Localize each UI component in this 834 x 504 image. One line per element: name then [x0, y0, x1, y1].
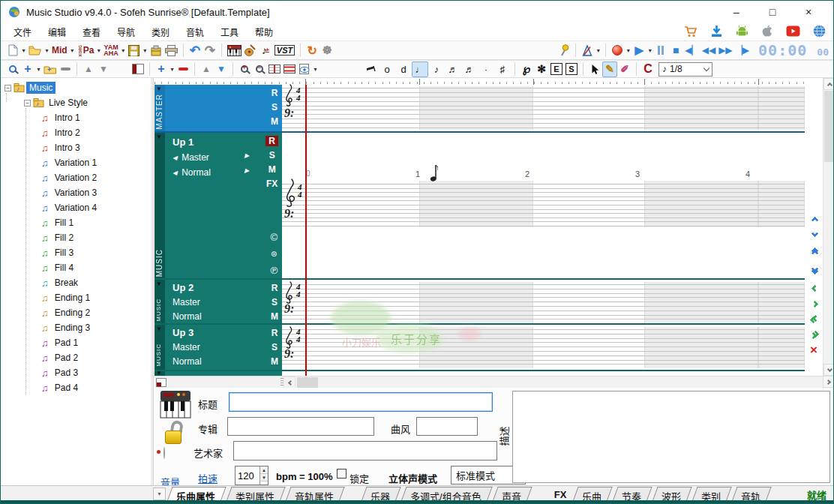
eraser-tool-button[interactable]: ✐ — [617, 62, 632, 77]
nav-left-button[interactable] — [808, 283, 820, 293]
tree-item[interactable]: ♫ Break — [1, 275, 151, 290]
download-icon[interactable] — [710, 25, 723, 38]
expression-button[interactable]: E — [549, 62, 564, 77]
nav-up-button[interactable] — [808, 214, 820, 225]
tab[interactable]: 多调式/组合音色 — [400, 487, 492, 502]
pause-button[interactable] — [653, 43, 668, 58]
track-corner-icon[interactable] — [156, 378, 166, 388]
note-duration-button[interactable]: ♬ — [445, 62, 461, 77]
prev-mode-icon[interactable]: ◀ — [172, 170, 177, 176]
scatter-button[interactable]: ✻ — [534, 62, 549, 77]
add-track-dropdown[interactable]: ▾ — [169, 66, 176, 73]
record-enable-button[interactable]: R — [272, 283, 278, 293]
tab[interactable]: 音轨 — [732, 487, 772, 502]
track-name[interactable]: Up 3 — [172, 327, 194, 338]
tree-item[interactable]: ♫ Variation 4 — [1, 200, 151, 215]
menu-item[interactable]: 导航 — [109, 24, 143, 40]
view-dropdown[interactable]: ▾ — [312, 66, 319, 73]
tab[interactable]: 类别属性 — [226, 487, 285, 502]
search-button[interactable] — [5, 62, 20, 77]
note-duration-button[interactable]: d — [395, 62, 412, 77]
record-dropdown[interactable]: ▾ — [625, 47, 632, 54]
snap-magnet-button[interactable]: C — [640, 62, 656, 77]
tab[interactable]: 乐器 — [361, 487, 400, 502]
vst-plugin-button[interactable]: VST — [273, 43, 296, 58]
up1-staff[interactable] — [282, 184, 805, 226]
panel-splitter[interactable] — [151, 78, 154, 502]
playhead[interactable] — [305, 85, 307, 376]
zoom-in-button[interactable]: + — [237, 62, 252, 77]
view-options-button[interactable] — [297, 62, 312, 77]
track-name[interactable]: Up 2 — [172, 282, 194, 293]
tree-item[interactable]: ♫ Ending 3 — [1, 320, 151, 335]
korg-dropdown[interactable]: ▾ — [95, 47, 102, 54]
track-mode[interactable]: Normal — [172, 311, 202, 322]
tree-item-live-style[interactable]: − ♪ Live Style — [1, 95, 151, 110]
save-dropdown[interactable]: ▾ — [142, 47, 148, 54]
tree-item[interactable]: ♫ Variation 3 — [1, 185, 151, 200]
yamaha-dropdown[interactable]: ▾ — [120, 47, 127, 54]
prev-source-icon[interactable]: ◀ — [172, 154, 177, 161]
mute-button[interactable]: M — [271, 311, 278, 322]
move-category-up-button[interactable]: ▲ — [81, 62, 96, 77]
close-button[interactable]: × — [796, 6, 821, 18]
solo-button[interactable]: S — [272, 297, 278, 308]
note-duration-button[interactable]: ♯ — [494, 62, 511, 77]
next-mode-icon[interactable]: ▶ — [244, 167, 249, 174]
tab[interactable]: 乐曲 — [573, 487, 613, 502]
apple-icon[interactable] — [761, 25, 773, 38]
menu-item[interactable]: 音轨 — [178, 24, 212, 40]
save-button[interactable] — [127, 43, 142, 58]
tree-item[interactable]: ♫ Intro 2 — [1, 125, 151, 140]
menu-item[interactable]: 编辑 — [40, 24, 74, 40]
play-button[interactable]: ▶ — [632, 43, 646, 58]
track-mode[interactable]: Normal — [172, 356, 202, 367]
tab[interactable]: 节奏 — [613, 487, 652, 502]
menu-item[interactable]: 帮助 — [247, 24, 281, 40]
mute-button[interactable]: M — [268, 164, 276, 175]
move-category-down-button[interactable]: ▼ — [96, 62, 111, 77]
menu-item[interactable]: 文件 — [5, 24, 40, 40]
remove-track-button[interactable] — [176, 62, 190, 77]
tab[interactable]: 声音 — [492, 487, 532, 502]
scroll-right-button[interactable] — [823, 376, 834, 388]
track-name[interactable]: Up 1 — [172, 136, 194, 148]
rest-button[interactable] — [364, 62, 379, 77]
redo-button[interactable]: ↷ — [202, 43, 218, 58]
guitar-button[interactable] — [243, 43, 258, 58]
record-enable-button[interactable]: R — [266, 136, 278, 146]
up1-track-header[interactable]: ▼MUSIC Up 1 ◀Master ▶ ◀Normal ▶ R S M FX… — [154, 133, 282, 280]
solo-button[interactable]: S — [272, 342, 278, 352]
minimize-button[interactable]: – — [724, 6, 749, 18]
nav-page-right-button[interactable] — [808, 330, 820, 340]
microphone-button[interactable] — [556, 43, 572, 58]
scroll-thumb[interactable] — [297, 377, 318, 388]
collapse-icon[interactable]: − — [24, 100, 31, 106]
add-folder-button[interactable]: + — [42, 62, 58, 77]
midi-import-button[interactable]: Mid — [50, 43, 69, 58]
tree-item[interactable]: ♫ Fill 1 — [1, 215, 151, 230]
nav-page-left-button[interactable] — [808, 314, 820, 325]
note-duration-button[interactable]: ♪ — [428, 62, 445, 77]
master-staff[interactable] — [282, 88, 805, 106]
pencil-tool-button[interactable]: ✎ — [602, 62, 617, 77]
tree-item[interactable]: ♫ Fill 3 — [1, 245, 151, 260]
note-duration-button[interactable]: · — [478, 62, 494, 77]
metronome-dropdown[interactable]: ▾ — [595, 47, 602, 54]
master-track-header[interactable]: ▼MASTER R S M — [154, 85, 282, 133]
tree-item-music[interactable]: − ♪ Music — [1, 80, 151, 95]
solo-button[interactable]: S — [269, 150, 275, 160]
yamaha-import-button[interactable]: YAMAHA — [102, 43, 120, 58]
delete-button[interactable]: × — [810, 345, 818, 356]
mute-button[interactable]: M — [271, 116, 278, 127]
snap-value-select[interactable]: ♪1/8 — [658, 62, 712, 76]
add-category-dropdown[interactable]: ▾ — [35, 66, 42, 73]
tab[interactable]: 乐曲属性 — [166, 487, 226, 502]
timeline-ruler[interactable] — [154, 78, 805, 85]
metronome-button[interactable] — [580, 43, 595, 58]
record-enable-button[interactable]: R — [272, 88, 278, 98]
sustain-button[interactable]: S — [564, 62, 579, 77]
tab-fx[interactable]: FX — [554, 489, 567, 500]
tree-item[interactable]: ♫ Pad 1 — [1, 335, 151, 350]
volume-knob[interactable] — [164, 447, 165, 459]
